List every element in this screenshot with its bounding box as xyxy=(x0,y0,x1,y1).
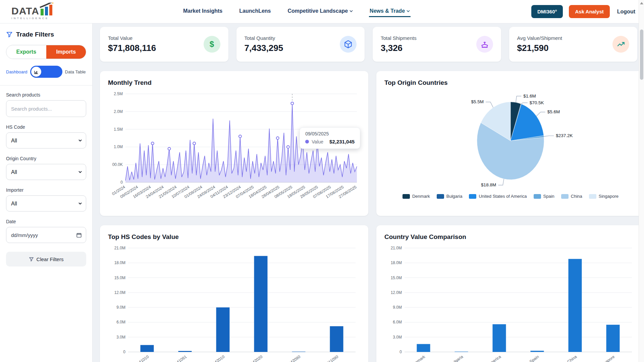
legend-item[interactable]: United States of America xyxy=(469,194,527,199)
importer-label: Importer xyxy=(6,187,86,193)
svg-text:3.0M: 3.0M xyxy=(116,335,125,340)
nav-launchlens[interactable]: LaunchLens xyxy=(238,6,271,17)
clear-filters-button[interactable]: Clear Filters xyxy=(6,252,86,266)
stat-card-total-quantity: Total Quantity 7,433,295 xyxy=(236,27,365,62)
svg-text:$5.5M: $5.5M xyxy=(471,99,484,104)
stats-row: Total Value $71,808,116 $ Total Quantity… xyxy=(100,27,637,62)
legend-item[interactable]: China xyxy=(561,194,582,199)
svg-text:0: 0 xyxy=(399,350,402,354)
legend-item[interactable]: Singapore xyxy=(589,194,619,199)
date-placeholder: dd/mm/yyyy xyxy=(11,232,38,238)
main-nav: Market Insights LaunchLens Competitive L… xyxy=(62,6,531,17)
legend-swatch-icon xyxy=(534,194,541,199)
legend-label: Denmark xyxy=(412,194,430,199)
logo-title: DATA xyxy=(11,6,39,16)
pie-legend: DenmarkBulgariaUnited States of AmericaS… xyxy=(384,194,637,199)
legend-item[interactable]: Bulgaria xyxy=(437,194,463,199)
top-nav-bar: DATA INTELLIGENCE Market Insights Launch… xyxy=(0,0,644,23)
svg-text:2.5M: 2.5M xyxy=(114,92,123,96)
exports-button[interactable]: Exports xyxy=(6,45,46,59)
legend-swatch-icon xyxy=(561,194,569,199)
nav-market-insights[interactable]: Market Insights xyxy=(182,6,223,17)
hs-code-select[interactable]: All xyxy=(6,132,86,148)
legend-item[interactable]: Denmark xyxy=(402,194,430,199)
stat-label: Total Value xyxy=(108,35,156,41)
toggle-knob xyxy=(31,67,41,77)
svg-text:China: China xyxy=(567,354,578,362)
origin-country-label: Origin Country xyxy=(6,156,86,161)
chart-tooltip: 09/05/2025 Value $2,231,045 xyxy=(300,127,360,149)
nav-news-trade[interactable]: News & Trade xyxy=(369,6,411,17)
svg-text:15.0M: 15.0M xyxy=(114,276,125,280)
legend-label: Singapore xyxy=(599,194,619,199)
country-value-comparison-card: Country Value Comparison 21.0M18.0M15.0M… xyxy=(376,225,644,362)
legend-label: Spain xyxy=(543,194,554,199)
svg-text:9.0M: 9.0M xyxy=(116,305,125,310)
country-value-bar-chart[interactable]: 21.0M18.0M15.0M12.0M9.0M6.0M3.0M0Denmark… xyxy=(384,244,637,362)
search-products-input[interactable] xyxy=(6,100,86,117)
hs-codes-bar-chart[interactable]: 21.0M18.0M15.0M12.0M9.0M6.0M3.0M01504101… xyxy=(108,244,360,362)
calendar-icon[interactable] xyxy=(76,232,82,238)
stat-label: Avg Value/Shipment xyxy=(517,35,562,41)
svg-text:$18.8M: $18.8M xyxy=(481,182,496,187)
page-scrollbar[interactable] xyxy=(639,0,644,362)
tooltip-date: 09/05/2025 xyxy=(305,131,355,136)
logout-button[interactable]: Logout xyxy=(617,9,635,15)
svg-text:15041091: 15041091 xyxy=(170,354,187,362)
hs-code-label: HS Code xyxy=(6,124,86,130)
svg-text:$5.6M: $5.6M xyxy=(547,109,560,114)
stat-card-total-shipments: Total Shipments 3,326 xyxy=(373,27,501,62)
ask-analyst-button[interactable]: Ask Analyst xyxy=(569,5,609,18)
clear-filters-label: Clear Filters xyxy=(37,256,64,262)
legend-item[interactable]: Spain xyxy=(534,194,554,199)
trend-up-icon xyxy=(612,36,629,53)
nav-news-trade-label: News & Trade xyxy=(370,8,405,14)
dmi360-button[interactable]: DMI360° xyxy=(531,5,563,18)
svg-text:$237.2K: $237.2K xyxy=(556,133,573,138)
svg-text:1.0M: 1.0M xyxy=(114,144,123,149)
trade-type-toggle: Exports Imports xyxy=(6,45,86,59)
svg-text:6.0M: 6.0M xyxy=(116,320,125,324)
svg-text:Spain: Spain xyxy=(529,354,540,362)
svg-text:6.0M: 6.0M xyxy=(393,320,402,324)
svg-text:United States of America: United States of America xyxy=(463,354,502,362)
svg-text:18.0M: 18.0M xyxy=(114,260,125,265)
svg-text:15041010: 15041010 xyxy=(132,354,150,362)
svg-text:12.0M: 12.0M xyxy=(391,290,402,295)
chevron-down-icon xyxy=(350,9,353,13)
dashboard-datatable-toggle[interactable] xyxy=(30,66,62,78)
origin-country-select[interactable]: All xyxy=(6,164,86,180)
scrollbar-thumb[interactable] xyxy=(640,29,643,80)
svg-text:15042020: 15042020 xyxy=(246,354,263,362)
origin-countries-pie-chart[interactable]: $1.6M$70.5K$5.6M$237.2K$5.5M$18.8M xyxy=(384,90,637,190)
package-icon xyxy=(340,36,357,53)
nav-competitive-landscape[interactable]: Competitive Landscape xyxy=(287,6,354,17)
stat-value: $71,808,116 xyxy=(108,43,156,53)
stat-card-total-value: Total Value $71,808,116 $ xyxy=(100,27,228,62)
legend-swatch-icon xyxy=(469,194,476,199)
sidebar-title: Trade Filters xyxy=(6,31,86,38)
dollar-icon: $ xyxy=(204,36,220,53)
imports-button[interactable]: Imports xyxy=(46,45,86,59)
svg-text:18.0M: 18.0M xyxy=(391,260,402,265)
svg-text:1.5M: 1.5M xyxy=(114,127,123,132)
top-origin-countries-title: Top Origin Countries xyxy=(384,79,637,86)
filters-sidebar: Trade Filters Exports Imports Dashboard … xyxy=(0,23,93,362)
svg-text:15042010: 15042010 xyxy=(208,354,225,362)
filter-funnel-icon xyxy=(6,31,13,38)
stat-value: 7,433,295 xyxy=(245,43,283,53)
svg-text:15042090: 15042090 xyxy=(284,354,301,362)
top-origin-countries-card: Top Origin Countries $1.6M$70.5K$5.6M$23… xyxy=(376,71,644,216)
importer-select[interactable]: All xyxy=(6,195,86,212)
svg-text:00.0K: 00.0K xyxy=(112,162,123,167)
scroll-up-arrow[interactable] xyxy=(640,2,643,4)
stat-card-avg-value-shipment: Avg Value/Shipment $21,590 xyxy=(509,27,638,62)
svg-text:0: 0 xyxy=(123,350,125,354)
svg-text:$70.5K: $70.5K xyxy=(530,100,544,105)
bar-chart-icon xyxy=(34,69,39,74)
logo-bars-icon xyxy=(39,3,57,16)
dashboard-view-label[interactable]: Dashboard xyxy=(6,69,28,74)
nav-competitive-landscape-label: Competitive Landscape xyxy=(288,8,348,14)
data-table-view-label[interactable]: Data Table xyxy=(65,69,86,74)
date-input[interactable]: dd/mm/yyyy xyxy=(6,227,86,243)
